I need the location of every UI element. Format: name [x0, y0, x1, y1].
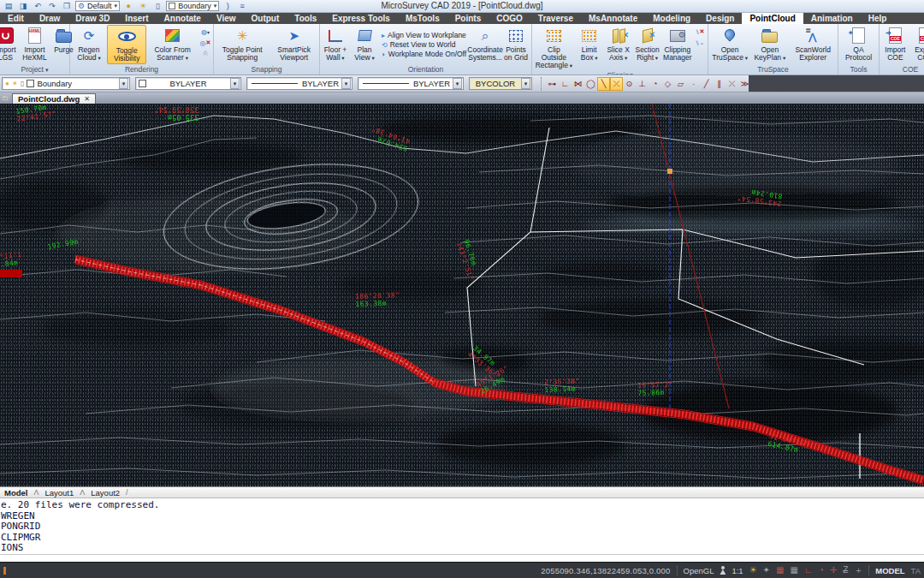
menu-points[interactable]: Points — [447, 13, 489, 24]
layer-select[interactable]: ● ☀ ▯ Boundary ▾ — [2, 77, 130, 90]
document-tab-pointcloud[interactable]: PointCloud.dwg ✕ — [12, 93, 96, 104]
toggle-visibility-button[interactable]: Toggle Visibility — [107, 25, 146, 64]
menu-animation[interactable]: Animation — [803, 13, 861, 24]
qa-protocol-button[interactable]: ⌖ QA Protocol — [839, 25, 878, 64]
save-icon[interactable]: ▤ — [3, 1, 15, 11]
rendering-extra-button-1[interactable]: ◍▾ — [199, 27, 211, 37]
color-select[interactable]: BYLAYER ▾ — [135, 77, 241, 90]
close-icon[interactable]: ✕ — [84, 95, 90, 103]
snap-nearest-icon[interactable]: ╲ — [597, 77, 610, 91]
clip-off-button-2[interactable]: ⑊⌄ — [694, 38, 706, 48]
plot-preview-icon[interactable]: ◨ — [17, 1, 29, 11]
z-tracking-icon[interactable]: Z — [843, 565, 848, 575]
annotation-lamp-icon[interactable]: ☀ — [749, 565, 757, 575]
linetype-dropdown-icon[interactable]: ▾ — [341, 78, 351, 89]
plotstyle-dropdown-icon[interactable]: ▾ — [521, 78, 530, 89]
sheet-set-icon[interactable]: ❐ — [61, 1, 73, 11]
snap-center-icon[interactable]: ◯ — [584, 77, 597, 91]
tab-layout1[interactable]: Layout1 — [42, 488, 76, 498]
open-keyplan-button[interactable]: Open KeyPlan — [750, 25, 789, 64]
workplane-mode-button[interactable]: ◗Workplane Mode On/Off — [382, 50, 466, 58]
menu-insert[interactable]: Insert — [117, 13, 156, 24]
snap-midpoint-icon[interactable]: ⋈ — [572, 77, 584, 91]
menu-design[interactable]: Design — [698, 13, 742, 24]
scanworld-explorer-button[interactable]: ScanWorld Explorer — [789, 25, 837, 64]
import-hexml-button[interactable]: HXML Import HeXML — [21, 25, 50, 64]
renderer-label[interactable]: OpenGL — [684, 566, 714, 575]
snap-quadrant-icon[interactable]: ◇ — [661, 77, 674, 91]
layer-freeze-icon[interactable]: ☀ — [137, 1, 149, 11]
snap-point-icon[interactable]: ∙ — [687, 77, 700, 91]
rendering-mouse-button[interactable]: 🖰 — [199, 49, 211, 59]
menu-tools[interactable]: Tools — [287, 13, 324, 24]
smartpick-viewport-button[interactable]: ➤ SmartPick Viewport — [270, 25, 318, 64]
export-coe-button[interactable]: ➜COE Export COE — [910, 25, 924, 64]
snap-tangent-icon[interactable]: ◔ — [649, 77, 661, 91]
import-coe-button[interactable]: ➜COE Import COE — [880, 25, 910, 64]
menu-cogo[interactable]: COGO — [489, 13, 530, 24]
snap-endpoint-icon[interactable]: ⊶ — [546, 77, 559, 91]
osnap-crosshair-icon[interactable]: ✛ — [830, 565, 837, 575]
menu-modeling[interactable]: Modeling — [645, 13, 698, 24]
tab-model[interactable]: Model — [2, 488, 30, 498]
snap-parallel-icon[interactable]: ∥ — [713, 77, 726, 91]
snap-node-icon[interactable]: ⊙ — [623, 77, 636, 91]
regen-cloud-button[interactable]: ⟳ Regen Cloud — [71, 25, 107, 64]
grid-display-icon[interactable]: ▦ — [790, 565, 797, 575]
menu-output[interactable]: Output — [244, 13, 287, 24]
plotstyle-select[interactable]: BYCOLOR ▾ — [469, 77, 532, 90]
ortho-icon[interactable]: ∟ — [804, 565, 813, 575]
lineweight-select[interactable]: BYLAYER ▾ — [358, 77, 464, 90]
redo-icon[interactable]: ↷ — [46, 1, 58, 11]
project-folder-icon[interactable]: 🗀 — [2, 93, 9, 104]
menu-msannotate[interactable]: MsAnnotate — [581, 13, 645, 24]
table-red-icon[interactable]: ▦ — [776, 565, 784, 575]
floor-wall-button[interactable]: Floor + Wall — [321, 25, 350, 64]
model-space-toggle[interactable]: MODEL — [875, 566, 904, 575]
linetype-select[interactable]: BYLAYER ▾ — [246, 77, 352, 90]
workspace-select[interactable]: Default — [75, 1, 120, 11]
snap-insertion-icon[interactable]: ▱ — [674, 77, 687, 91]
toggle-point-snapping-button[interactable]: ✳ Toggle Point Snapping — [215, 25, 270, 64]
command-console[interactable]: e. 20 files were compressed. WREGEN PONG… — [0, 498, 924, 562]
layer-lock-icon[interactable]: ▯ — [151, 1, 163, 11]
menu-view[interactable]: View — [209, 13, 244, 24]
annotation-scale-icon[interactable]: ✦ — [763, 565, 770, 575]
command-input[interactable] — [0, 554, 924, 562]
color-from-scanner-button[interactable]: Color From Scanner — [146, 25, 198, 64]
clip-off-button-1[interactable]: ⑊✕ — [694, 27, 706, 37]
import-lgs-button[interactable]: Import LGS — [0, 25, 21, 64]
snap-corner-icon[interactable]: ∟ — [559, 77, 572, 91]
menu-traverse[interactable]: Traverse — [530, 13, 581, 24]
undo-icon[interactable]: ↶ — [32, 1, 44, 11]
reset-view-to-world-button[interactable]: ⟲Reset View to World — [382, 40, 466, 49]
menu-annotate[interactable]: Annotate — [157, 13, 209, 24]
polar-tracking-icon[interactable]: ◔ — [819, 565, 824, 575]
align-view-to-workplane-button[interactable]: ▸Align View to Workplane — [382, 31, 466, 39]
coordinate-systems-button[interactable]: ⌕ Coordinate Systems... — [469, 25, 501, 64]
clipping-manager-button[interactable]: Clipping Manager — [662, 25, 693, 70]
layer-dropdown-icon[interactable]: ▾ — [119, 78, 128, 89]
snap-perpendicular-icon[interactable]: ⊥ — [636, 77, 649, 91]
menu-mstools[interactable]: MsTools — [398, 13, 447, 24]
limit-box-button[interactable]: Limit Box — [575, 25, 604, 70]
lineweight-dropdown-icon[interactable]: ▾ — [453, 78, 462, 89]
menu-help[interactable]: Help — [861, 13, 895, 24]
dynamic-ucs-icon[interactable]: ＋ — [854, 565, 862, 575]
section-right-button[interactable]: ✕ Section Right — [633, 25, 662, 70]
clip-outside-rectangle-button[interactable]: Clip Outside Rectangle — [533, 25, 575, 70]
menu-express-tools[interactable]: Express Tools — [324, 13, 398, 24]
slice-x-axis-button[interactable]: ✕ Slice X Axis — [604, 25, 633, 70]
rendering-extra-button-2[interactable]: ◎✕ — [199, 38, 211, 48]
group-title-project[interactable]: Project — [0, 64, 69, 74]
toolbar-overflow-icon[interactable]: ≡ — [236, 1, 248, 11]
menu-pointcloud[interactable]: PointCloud — [742, 13, 803, 24]
snap-extension-icon[interactable]: ╱ — [700, 77, 713, 91]
open-truspace-button[interactable]: Open TruSpace — [709, 25, 750, 64]
snap-apparent-intersection-icon[interactable]: ⤫ — [610, 77, 623, 91]
drawing-viewport[interactable]: 150.70m22°41'57" 335.05m350°59'54" 534.6… — [0, 104, 924, 486]
plan-view-button[interactable]: Plan View — [350, 25, 379, 64]
snap-intersection-icon[interactable]: ⤬ — [726, 77, 738, 91]
color-dropdown-icon[interactable]: ▾ — [230, 78, 240, 89]
menu-draw[interactable]: Draw — [32, 13, 68, 24]
